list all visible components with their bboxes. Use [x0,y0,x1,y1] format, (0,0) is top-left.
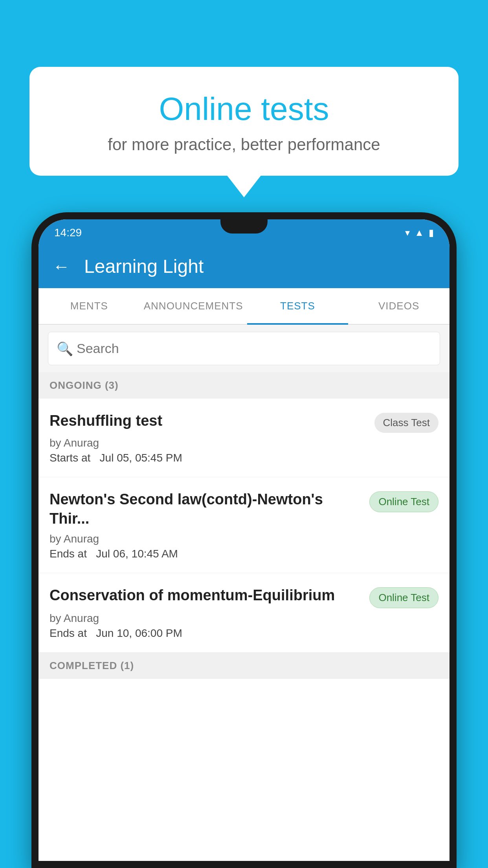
test-item-header-1: Reshuffling test Class Test [50,411,438,433]
speech-bubble-subtitle: for more practice, better performance [49,135,439,154]
speech-bubble-title: Online tests [49,90,439,127]
test-author-3: by Anurag [50,612,438,625]
app-bar: ← Learning Light [39,245,449,288]
test-date-2: Ends at Jul 06, 10:45 AM [50,548,438,560]
status-icons: ▾ ▲ ▮ [405,227,434,238]
status-time: 14:29 [54,226,82,239]
test-name-3: Conservation of momentum-Equilibrium [50,586,361,605]
app-title: Learning Light [84,256,204,277]
test-date-value-1: Jul 05, 05:45 PM [100,452,182,464]
back-button[interactable]: ← [53,257,70,276]
battery-icon: ▮ [429,227,434,238]
test-date-value-3: Jun 10, 06:00 PM [96,627,182,639]
test-date-label-3: Ends at [50,627,87,639]
phone-notch [220,219,268,234]
test-item-header-3: Conservation of momentum-Equilibrium Onl… [50,586,438,608]
completed-section-header: COMPLETED (1) [39,653,449,679]
ongoing-section-header: ONGOING (3) [39,372,449,399]
tab-ments[interactable]: MENTS [39,288,140,324]
test-date-label-1: Starts at [50,452,90,464]
search-icon: 🔍 [57,341,73,357]
tab-bar: MENTS ANNOUNCEMENTS TESTS VIDEOS [39,288,449,325]
test-date-value-2: Jul 06, 10:45 AM [96,548,178,560]
test-author-2: by Anurag [50,533,438,545]
test-item-header-2: Newton's Second law(contd)-Newton's Thir… [50,490,438,529]
phone-screen: 14:29 ▾ ▲ ▮ ← Learning Light MENTS ANNOU… [39,219,449,861]
test-list: Reshuffling test Class Test by Anurag St… [39,399,449,861]
test-name-2: Newton's Second law(contd)-Newton's Thir… [50,490,361,529]
test-item-3[interactable]: Conservation of momentum-Equilibrium Onl… [39,573,449,653]
test-date-label-2: Ends at [50,548,87,560]
search-container: 🔍 [39,325,449,372]
test-date-1: Starts at Jul 05, 05:45 PM [50,452,438,464]
test-item-2[interactable]: Newton's Second law(contd)-Newton's Thir… [39,477,449,573]
tab-announcements[interactable]: ANNOUNCEMENTS [140,288,247,324]
test-date-3: Ends at Jun 10, 06:00 PM [50,627,438,640]
speech-bubble: Online tests for more practice, better p… [29,67,459,176]
test-name-1: Reshuffling test [50,411,367,430]
wifi-icon: ▾ [405,227,410,238]
tab-videos[interactable]: VIDEOS [348,288,449,324]
test-author-1: by Anurag [50,437,438,449]
search-input[interactable] [48,332,440,365]
test-item[interactable]: Reshuffling test Class Test by Anurag St… [39,399,449,477]
test-badge-3: Online Test [369,587,438,608]
test-badge-2: Online Test [369,491,438,512]
signal-icon: ▲ [415,227,424,238]
phone-frame: 14:29 ▾ ▲ ▮ ← Learning Light MENTS ANNOU… [31,212,457,868]
test-badge-1: Class Test [374,413,438,433]
search-wrapper: 🔍 [48,332,440,365]
tab-tests[interactable]: TESTS [247,288,349,324]
